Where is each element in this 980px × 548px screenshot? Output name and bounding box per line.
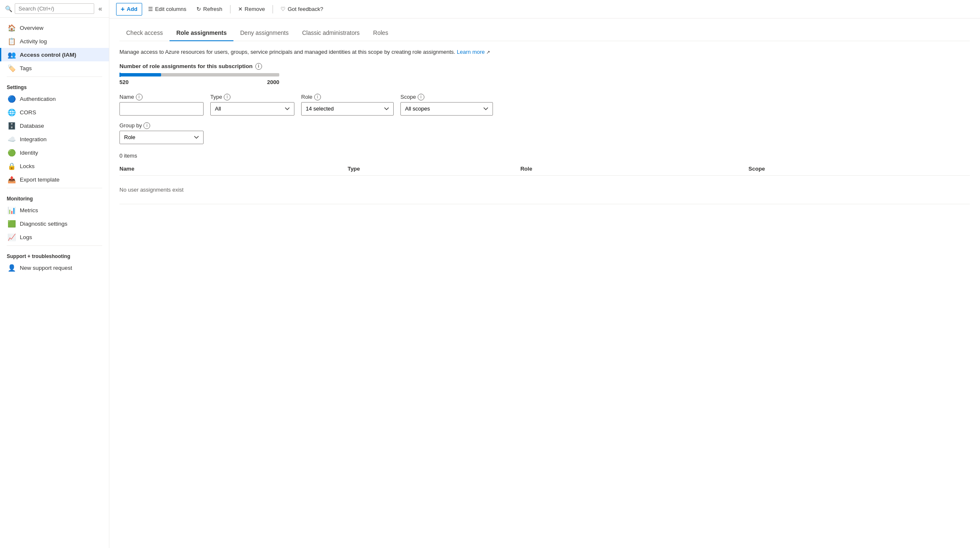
sidebar-item-label: Metrics [20, 207, 38, 213]
sidebar-nav: 🏠 Overview 📋 Activity log 👥 Access contr… [0, 18, 109, 278]
export-template-icon: 📤 [8, 176, 16, 183]
sidebar-item-logs[interactable]: 📈 Logs [0, 230, 109, 244]
edit-columns-button[interactable]: ☰ Edit columns [144, 4, 191, 14]
sidebar-item-diagnostic-settings[interactable]: 🟩 Diagnostic settings [0, 217, 109, 230]
sidebar-item-label: Database [20, 123, 44, 129]
sidebar-item-label: Activity log [20, 38, 47, 45]
name-filter-group: Name i [119, 94, 204, 116]
refresh-button[interactable]: ↻ Refresh [192, 4, 227, 14]
name-info-icon[interactable]: i [136, 94, 143, 100]
tab-roles[interactable]: Roles [366, 25, 395, 41]
tab-deny-assignments[interactable]: Deny assignments [233, 25, 295, 41]
support-icon: 👤 [8, 264, 16, 271]
collapse-button[interactable]: « [97, 4, 104, 13]
content-area: Check access Role assignments Deny assig… [109, 18, 980, 548]
sidebar-item-database[interactable]: 🗄️ Database [0, 119, 109, 132]
progress-bar-container [119, 73, 279, 76]
group-by-filter-group: Group by i Role Type Scope [119, 122, 970, 144]
tab-classic-administrators[interactable]: Classic administrators [295, 25, 366, 41]
integration-icon: ☁️ [8, 135, 16, 143]
type-filter-select[interactable]: All User Group Service Principal Managed… [210, 102, 294, 116]
sidebar-item-label: Diagnostic settings [20, 221, 67, 227]
group-by-filter-label: Group by i [119, 122, 970, 129]
group-by-info-icon[interactable]: i [143, 122, 150, 129]
sidebar-item-overview[interactable]: 🏠 Overview [0, 21, 109, 34]
scope-filter-group: Scope i All scopes This resource Inherit… [400, 94, 493, 116]
sidebar-item-new-support-request[interactable]: 👤 New support request [0, 261, 109, 274]
sidebar-search-area: 🔍 « [0, 0, 109, 18]
col-header-type: Type [347, 166, 520, 172]
add-button[interactable]: + Add [116, 3, 142, 16]
role-filter-select[interactable]: 14 selected [301, 102, 394, 116]
type-info-icon[interactable]: i [224, 94, 230, 100]
logs-icon: 📈 [8, 233, 16, 241]
scope-filter-select[interactable]: All scopes This resource Inherited [400, 102, 493, 116]
sidebar-item-label: New support request [20, 265, 72, 271]
sidebar: 🔍 « 🏠 Overview 📋 Activity log 👥 Access c… [0, 0, 109, 548]
remove-label: Remove [245, 6, 265, 12]
progress-bar-fill [119, 73, 161, 76]
count-info-icon[interactable]: i [255, 63, 262, 70]
sidebar-item-metrics[interactable]: 📊 Metrics [0, 203, 109, 217]
scope-info-icon[interactable]: i [418, 94, 424, 100]
table-header: Name Type Role Scope [119, 162, 970, 176]
sidebar-item-cors[interactable]: 🌐 CORS [0, 105, 109, 119]
role-info-icon[interactable]: i [314, 94, 321, 100]
role-assignment-count-section: Number of role assignments for this subs… [119, 63, 970, 85]
sidebar-item-identity[interactable]: 🟢 Identity [0, 146, 109, 159]
remove-icon: ✕ [238, 6, 243, 12]
name-filter-input[interactable] [119, 102, 204, 116]
identity-icon: 🟢 [8, 149, 16, 156]
refresh-icon: ↻ [196, 6, 201, 12]
metrics-icon: 📊 [8, 206, 16, 214]
progress-current: 520 [119, 79, 129, 85]
monitoring-section-label: Monitoring [0, 190, 109, 203]
add-icon: + [121, 5, 124, 13]
progress-labels: 520 2000 [119, 79, 279, 85]
sidebar-item-label: Access control (IAM) [20, 52, 76, 58]
feedback-button[interactable]: ♡ Got feedback? [276, 4, 328, 14]
sidebar-item-label: CORS [20, 109, 36, 116]
activity-log-icon: 📋 [8, 37, 16, 45]
settings-section-label: Settings [0, 79, 109, 92]
col-header-role: Role [520, 166, 748, 172]
progress-max: 2000 [267, 79, 279, 85]
edit-columns-icon: ☰ [148, 6, 153, 12]
toolbar-divider-2 [273, 5, 273, 13]
feedback-icon: ♡ [281, 6, 286, 12]
filters-section: Name i Type i All User Group Service Pri… [119, 94, 970, 144]
sidebar-item-tags[interactable]: 🏷️ Tags [0, 61, 109, 75]
role-filter-label: Role i [301, 94, 394, 100]
sidebar-item-label: Export template [20, 177, 60, 183]
locks-icon: 🔒 [8, 162, 16, 170]
learn-more-link[interactable]: Learn more [457, 49, 485, 55]
sidebar-item-export-template[interactable]: 📤 Export template [0, 173, 109, 186]
type-filter-group: Type i All User Group Service Principal … [210, 94, 294, 116]
count-title: Number of role assignments for this subs… [119, 63, 970, 70]
col-header-scope: Scope [749, 166, 970, 172]
diagnostic-icon: 🟩 [8, 220, 16, 227]
sidebar-item-label: Overview [20, 25, 43, 31]
sidebar-item-authentication[interactable]: 🔵 Authentication [0, 92, 109, 105]
remove-button[interactable]: ✕ Remove [234, 4, 269, 14]
authentication-icon: 🔵 [8, 95, 16, 103]
progress-marker [119, 73, 121, 77]
overview-icon: 🏠 [8, 24, 16, 32]
col-header-name: Name [119, 166, 347, 172]
empty-message: No user assignments exist [119, 180, 183, 200]
sidebar-item-locks[interactable]: 🔒 Locks [0, 159, 109, 173]
search-input[interactable] [15, 3, 94, 14]
tab-role-assignments[interactable]: Role assignments [170, 25, 233, 41]
scope-filter-label: Scope i [400, 94, 493, 100]
support-section-label: Support + troubleshooting [0, 248, 109, 261]
sidebar-item-integration[interactable]: ☁️ Integration [0, 132, 109, 146]
group-by-filter-select[interactable]: Role Type Scope [119, 131, 204, 144]
tab-check-access[interactable]: Check access [119, 25, 170, 41]
tags-icon: 🏷️ [8, 64, 16, 72]
sidebar-item-activity-log[interactable]: 📋 Activity log [0, 34, 109, 48]
description-text: Manage access to Azure resources for use… [119, 48, 970, 56]
access-control-icon: 👥 [8, 51, 16, 58]
role-filter-group: Role i 14 selected [301, 94, 394, 116]
sidebar-item-label: Authentication [20, 96, 56, 102]
sidebar-item-access-control[interactable]: 👥 Access control (IAM) [0, 48, 109, 61]
